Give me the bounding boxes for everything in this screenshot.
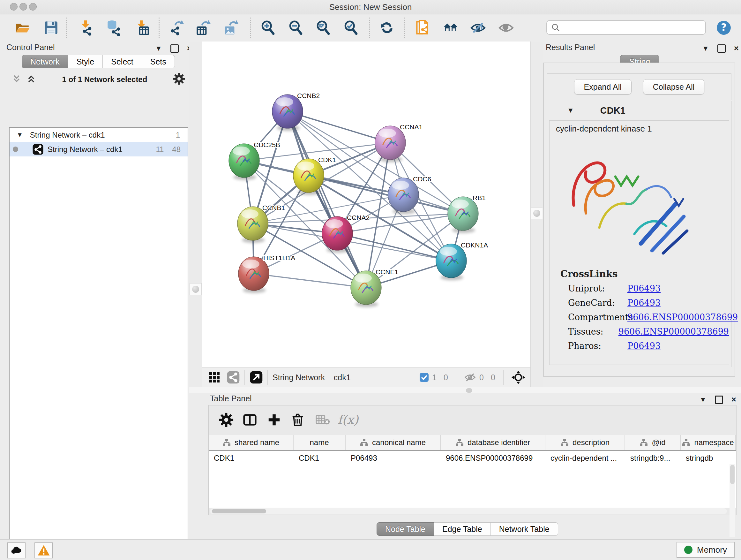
tab-select[interactable]: Select: [103, 55, 142, 68]
tab-style[interactable]: Style: [68, 55, 103, 68]
table-cell[interactable]: stringdb: [681, 451, 736, 465]
birdseye-crosshair-icon[interactable]: [511, 370, 525, 384]
column-header-namespace[interactable]: namespace: [681, 435, 736, 450]
grid-view-icon[interactable]: [208, 371, 221, 384]
tab-network-table[interactable]: Network Table: [491, 522, 558, 536]
crosslink-link[interactable]: 9606.ENSP00000378699: [618, 327, 729, 336]
float-panel-icon[interactable]: [715, 395, 723, 404]
import-network-database-icon[interactable]: [105, 19, 122, 37]
close-panel-icon[interactable]: ×: [734, 44, 739, 53]
crosslink-link[interactable]: P06493: [627, 284, 661, 294]
network-node-CCNA1[interactable]: CCNA1: [375, 123, 422, 162]
close-panel-icon[interactable]: ×: [731, 395, 736, 405]
cloud-status-icon[interactable]: [7, 543, 25, 558]
network-options-gear-icon[interactable]: [173, 73, 185, 86]
network-node-CCNA2[interactable]: CCNA2: [322, 214, 369, 253]
function-builder-icon[interactable]: f(x): [338, 413, 352, 427]
memory-button[interactable]: Memory: [677, 542, 735, 558]
tab-node-table[interactable]: Node Table: [377, 522, 434, 536]
export-table-icon[interactable]: [194, 19, 212, 37]
export-network-icon[interactable]: [167, 19, 185, 37]
table-cell[interactable]: P06493: [346, 451, 441, 465]
column-header-database-identifier[interactable]: database identifier: [441, 435, 545, 450]
tab-sets[interactable]: Sets: [142, 55, 175, 68]
apply-layout-icon[interactable]: [378, 19, 396, 37]
network-node-CDKN1A[interactable]: CDKN1A: [436, 241, 488, 280]
network-node-CDC6[interactable]: CDC6: [388, 175, 431, 214]
table-cell[interactable]: stringdb:9...: [625, 451, 681, 465]
warning-icon[interactable]: [35, 543, 53, 558]
network-canvas[interactable]: CCNB2 CCNA1 CDC25B CDK1 CDC6 RB1: [202, 42, 530, 367]
network-row[interactable]: String Network – cdk1 11 48: [10, 142, 188, 157]
expand-all-icon[interactable]: [26, 74, 37, 85]
hidden-eye-icon[interactable]: [464, 371, 476, 383]
window-title: Session: New Session: [0, 0, 741, 14]
crosslink-link[interactable]: P06493: [627, 341, 661, 351]
network-node-CDK1[interactable]: CDK1: [293, 156, 336, 195]
open-session-icon[interactable]: [13, 19, 31, 37]
collapse-all-icon[interactable]: [11, 74, 22, 85]
column-header-canonical-name[interactable]: canonical name: [346, 435, 441, 450]
network-node-CCNB2[interactable]: CCNB2: [272, 92, 320, 131]
network-node-RB1[interactable]: RB1: [448, 194, 486, 233]
column-header-shared-name[interactable]: shared name: [209, 435, 293, 450]
export-image-icon[interactable]: [222, 19, 240, 37]
tab-network[interactable]: Network: [22, 55, 68, 68]
collection-expand-icon[interactable]: ▼: [17, 131, 23, 138]
tab-edge-table[interactable]: Edge Table: [434, 522, 491, 536]
network-node-CCNE1[interactable]: CCNE1: [351, 268, 398, 307]
open-in-cytoscape-web-icon[interactable]: [413, 19, 431, 37]
column-header-description[interactable]: description: [545, 435, 625, 450]
network-edge[interactable]: [287, 111, 390, 143]
splitter-handle[interactable]: [466, 388, 472, 393]
table-panel-splitter[interactable]: [189, 387, 741, 394]
import-network-file-icon[interactable]: [77, 19, 95, 37]
network-thumbnail-icon[interactable]: [226, 371, 240, 384]
panel-menu-icon[interactable]: ▼: [702, 44, 709, 53]
float-panel-icon[interactable]: [718, 44, 726, 53]
zoom-fit-icon[interactable]: [314, 19, 332, 37]
crosslink-link[interactable]: P06493: [627, 298, 661, 308]
section-collapse-icon[interactable]: ▼: [567, 106, 574, 115]
create-column-icon[interactable]: [267, 413, 281, 427]
panel-menu-icon[interactable]: ▼: [155, 44, 162, 53]
table-cell[interactable]: 9606.ENSP00000378699: [441, 451, 545, 465]
import-table-file-icon[interactable]: [133, 19, 151, 37]
column-header-name[interactable]: name: [293, 435, 346, 450]
delete-column-icon[interactable]: [290, 413, 305, 427]
string-home-icon[interactable]: [442, 19, 460, 37]
detach-view-icon[interactable]: [250, 371, 263, 384]
table-cell[interactable]: cyclin-dependent ...: [545, 451, 625, 465]
glass-effect-icon[interactable]: [497, 19, 515, 37]
network-edge[interactable]: [287, 111, 366, 288]
network-collection-row[interactable]: ▼ String Network – cdk1 1: [10, 128, 188, 142]
selected-checkbox-icon[interactable]: [419, 373, 429, 382]
network-edge[interactable]: [254, 273, 366, 288]
table-vertical-scrollbar[interactable]: [730, 464, 735, 537]
table-horizontal-scrollbar[interactable]: [210, 508, 727, 514]
zoom-in-icon[interactable]: [259, 19, 277, 37]
search-box[interactable]: [546, 20, 706, 35]
table-row[interactable]: CDK1CDK1P064939606.ENSP00000378699cyclin…: [209, 451, 736, 465]
search-input[interactable]: [560, 23, 696, 32]
crosslink-link[interactable]: 9606.ENSP00000378699: [627, 312, 738, 322]
right-splitter[interactable]: [530, 42, 543, 387]
delete-table-icon[interactable]: [315, 413, 330, 427]
table-cell[interactable]: CDK1: [293, 451, 346, 465]
show-columns-icon[interactable]: [243, 413, 257, 427]
table-options-gear-icon[interactable]: [219, 413, 233, 427]
show-string-labels-icon[interactable]: [469, 19, 487, 37]
zoom-out-icon[interactable]: [287, 19, 305, 37]
zoom-selected-icon[interactable]: [342, 19, 360, 37]
help-icon[interactable]: ?: [715, 19, 733, 37]
panel-menu-icon[interactable]: ▼: [699, 395, 706, 404]
float-panel-icon[interactable]: [171, 44, 179, 53]
table-cell[interactable]: CDK1: [209, 451, 293, 465]
network-node-HIST1H1A[interactable]: HIST1H1A: [239, 254, 295, 293]
right-splitter-handle[interactable]: [531, 207, 543, 219]
expand-all-button[interactable]: Expand All: [574, 79, 631, 95]
left-splitter-handle[interactable]: [190, 283, 202, 295]
column-header--id[interactable]: @id: [625, 435, 681, 450]
collapse-all-button[interactable]: Collapse All: [643, 79, 704, 95]
save-session-icon[interactable]: [42, 19, 60, 37]
